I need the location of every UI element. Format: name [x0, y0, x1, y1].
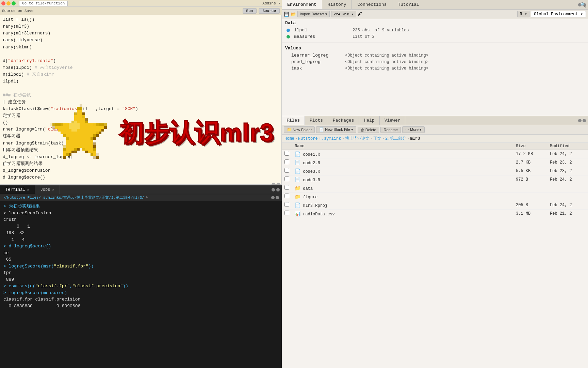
terminal-ctrl1[interactable]	[271, 196, 275, 199]
file-row[interactable]: 📄 code3.R 5.5 KB Feb 23, 2	[282, 167, 588, 175]
close-jobs-tab[interactable]: ✕	[52, 188, 54, 192]
files-breadcrumb: Home › Nutstore › .symlink › 博士毕业论文 › 正文…	[282, 135, 588, 143]
terminal-min[interactable]	[272, 188, 275, 191]
col-name[interactable]: Name	[292, 143, 513, 150]
code-line: ()	[3, 119, 279, 126]
import-dataset-btn[interactable]: Import Dataset ▾	[297, 11, 330, 17]
env-values-section: Values learner_logreg <Object containing…	[282, 44, 588, 73]
breadcrumb-symlink[interactable]: .symlink	[322, 136, 341, 141]
file-checkbox[interactable]	[284, 211, 289, 215]
file-checkbox[interactable]	[284, 159, 289, 164]
code-line: ilpd1)	[3, 78, 279, 85]
data-dot-measures	[287, 35, 290, 39]
term-line: fpr	[3, 270, 278, 276]
source-btn[interactable]: Source	[259, 8, 280, 14]
term-line: ce	[3, 250, 278, 257]
code-line: d_logreg$confusion	[3, 167, 279, 174]
tab-tutorial[interactable]: Tutorial	[392, 0, 425, 9]
col-modified[interactable]: Modified	[547, 143, 588, 150]
more-btn[interactable]: ⋯ More ▾	[402, 126, 425, 133]
breadcrumb-mlr3: mlr3	[410, 136, 420, 141]
folder-row[interactable]: 📁 data	[282, 184, 588, 193]
close-terminal-tab[interactable]: ✕	[27, 188, 29, 192]
right-panel-tabs: Environment History Connections Tutorial	[282, 0, 588, 10]
brush-icon[interactable]: 🖌	[358, 12, 362, 17]
terminal-panel[interactable]: Terminal ✕ Jobs ✕ ~/Nutstore Files/.syml…	[0, 185, 282, 368]
new-blank-file-btn[interactable]: 📄 New Blank File ▾	[316, 126, 356, 133]
data-row-measures[interactable]: measures List of 2	[285, 33, 585, 40]
file-row[interactable]: 📊 radioData.csv 3.1 MB Feb 21, 2	[282, 210, 588, 218]
terminal-max[interactable]	[276, 188, 280, 191]
tab-viewer[interactable]: Viewer	[380, 116, 406, 125]
delete-btn[interactable]: 🗑 Delete	[358, 127, 379, 133]
addins-btn[interactable]: Addins ▾	[262, 1, 280, 5]
source-on-save[interactable]: Source on Save	[2, 9, 33, 13]
file-checkbox[interactable]	[284, 194, 289, 198]
memory-btn[interactable]: 224 MiB ▾	[331, 11, 356, 17]
terminal-edit-icon[interactable]: ✎	[146, 195, 148, 200]
data-row-ilpd1[interactable]: ilpd1 235 obs. of 9 variables	[285, 27, 585, 33]
val-row-pred[interactable]: pred_logreg <Object containing active bi…	[285, 59, 585, 65]
code-line: rary(skimr)	[3, 44, 279, 51]
tab-help[interactable]: Help	[359, 116, 379, 125]
code-toolbar-top: Go to file/function Addins ▾	[0, 0, 282, 7]
val-row-task[interactable]: task <Object containing active binding>	[285, 65, 585, 72]
val-desc-pred: <Object containing active binding>	[345, 60, 428, 64]
file-row[interactable]: 📄 mlr3.Rproj 205 B Feb 24, 2	[282, 201, 588, 210]
term-line: classif.fpr classif.precision	[3, 296, 278, 303]
min-btn[interactable]	[6, 1, 11, 5]
code-line: 价学习器预测的结果	[3, 160, 279, 167]
breadcrumb-zhengwen[interactable]: 正文	[373, 136, 381, 141]
code-line: rary(mlr3)	[3, 23, 279, 30]
env-search-icon[interactable]: 🔍	[580, 2, 586, 8]
file-checkbox[interactable]	[284, 185, 289, 190]
save-env-btn[interactable]: 💾	[284, 12, 289, 17]
col-size[interactable]: Size	[513, 143, 547, 150]
tab-connections[interactable]: Connections	[352, 0, 392, 9]
col-checkbox	[282, 143, 292, 150]
close-btn[interactable]	[1, 1, 5, 5]
breadcrumb-part2[interactable]: 2.第二部分	[385, 136, 406, 141]
folder-row[interactable]: 📁 figure	[282, 193, 588, 201]
tab-environment[interactable]: Environment	[282, 0, 322, 9]
tab-terminal[interactable]: Terminal ✕	[0, 185, 35, 194]
window-controls[interactable]	[1, 1, 16, 5]
breadcrumb-thesis[interactable]: 博士毕业论文	[345, 136, 370, 141]
rename-btn[interactable]: Rename	[380, 127, 401, 133]
r-label[interactable]: R ▾	[517, 11, 529, 17]
fp-max[interactable]	[583, 119, 586, 122]
file-row[interactable]: 📄 code2.R 2.7 KB Feb 23, 2	[282, 158, 588, 167]
file-checkbox[interactable]	[284, 177, 289, 181]
file-checkbox[interactable]	[284, 202, 289, 207]
terminal-content[interactable]: > 为初步实现结果 > logreg$confusion cruth 0 1 1…	[0, 201, 282, 366]
breadcrumb-home[interactable]: Home	[284, 136, 294, 141]
code-line: mpse(ilpd1) # 来自tidyverse	[3, 64, 279, 71]
file-row[interactable]: 📄 code1.R 17.2 KB Feb 24, 2	[282, 150, 588, 158]
global-env-select[interactable]: Global Environment ▾	[531, 11, 586, 17]
file-checkbox[interactable]	[284, 151, 289, 156]
load-env-btn[interactable]: 📂	[291, 12, 296, 17]
breadcrumb-sep: ›	[407, 136, 409, 141]
data-section-header: Data	[285, 20, 585, 26]
val-row-learner[interactable]: learner_logreg <Object containing active…	[285, 52, 585, 59]
terminal-ctrl2[interactable]	[276, 196, 279, 199]
run-btn[interactable]: Run	[243, 8, 257, 14]
code-content[interactable]: list = ls()) rary(mlr3) rary(mlr3learner…	[0, 15, 281, 182]
tab-packages[interactable]: Packages	[328, 116, 359, 125]
val-name-task: task	[287, 66, 341, 71]
csv-file-icon: 📊	[295, 211, 300, 217]
rproj-file-icon: 📄	[295, 203, 300, 208]
r-file-icon: 📄	[295, 160, 300, 166]
tab-history[interactable]: History	[322, 0, 352, 9]
breadcrumb-nutstore[interactable]: Nutstore	[298, 136, 318, 141]
tab-files[interactable]: Files	[282, 116, 305, 125]
max-btn[interactable]	[12, 1, 16, 5]
new-folder-btn[interactable]: 📁 New Folder	[284, 126, 315, 133]
file-checkbox[interactable]	[284, 168, 289, 173]
tab-plots[interactable]: Plots	[305, 116, 328, 125]
data-dot-ilpd1	[287, 29, 290, 32]
go-to-function[interactable]: Go to file/function	[19, 1, 68, 6]
tab-jobs[interactable]: Jobs ✕	[35, 185, 60, 194]
file-row[interactable]: 📄 code3.R 972 B Feb 24, 2	[282, 175, 588, 184]
fp-min[interactable]	[578, 119, 582, 122]
